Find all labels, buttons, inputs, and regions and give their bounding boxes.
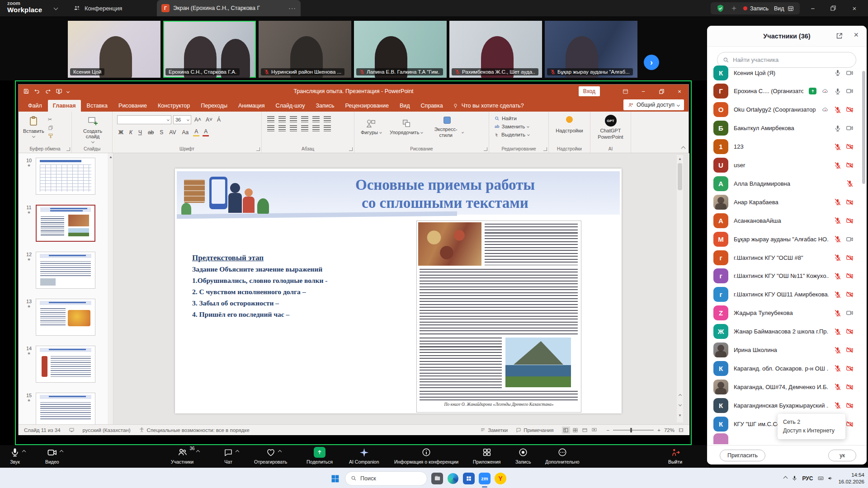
- toolbar-mic-button[interactable]: Звук: [10, 447, 20, 465]
- video-thumbnail[interactable]: Нуринский район Шкенова ...: [259, 21, 351, 78]
- chevron-up-icon[interactable]: [22, 450, 26, 454]
- paragraph-dialog-launcher[interactable]: [349, 147, 353, 151]
- grow-font-button[interactable]: А˄: [193, 116, 203, 123]
- replace-button[interactable]: ab Заменить: [495, 124, 529, 129]
- shrink-font-button[interactable]: А˅: [204, 116, 214, 123]
- rail-scrollbar[interactable]: ▲: [108, 153, 113, 424]
- toolbar-apps-button[interactable]: Приложения: [473, 447, 500, 465]
- tab-meeting[interactable]: Конференция: [69, 0, 127, 16]
- ribbon-tab-анимация[interactable]: Анимация: [233, 100, 270, 112]
- participant-row[interactable]: гг.Шахтинск КГУ "ОСШ #8": [713, 249, 854, 267]
- justify-button[interactable]: [301, 125, 308, 131]
- participant-row[interactable]: гг.Шахтинск КГУ ОШ11 Амирбекова...: [713, 286, 854, 304]
- participant-row[interactable]: Караганда, ОШ#74, Демченко И.Б.: [713, 378, 854, 396]
- smartart-button[interactable]: [324, 125, 331, 131]
- participant-row[interactable]: ААлла Владимировна: [713, 174, 854, 192]
- arrange-button[interactable]: Упорядочить: [390, 118, 423, 135]
- notes-button[interactable]: Заметки: [480, 427, 508, 433]
- slide-scroll-up[interactable]: ▲: [677, 155, 683, 162]
- participant-row[interactable]: ККараганд. обл. Осакаров. р-н ОШ ...: [713, 359, 854, 377]
- undo-icon[interactable]: [34, 88, 40, 94]
- shapes-button[interactable]: Фигуры: [361, 118, 382, 135]
- participant-row[interactable]: ZЖадыра Тулеубекова: [713, 304, 854, 322]
- taskbar-search[interactable]: Поиск: [345, 471, 427, 486]
- participant-row[interactable]: МБұқар жырау ауданы "Алғабас НО...: [713, 230, 854, 248]
- ppt-restore-button[interactable]: [652, 84, 670, 98]
- recording-indicator[interactable]: Запись: [743, 5, 769, 12]
- strikethrough-button[interactable]: ab: [146, 129, 155, 136]
- security-shield-icon[interactable]: [716, 4, 725, 13]
- next-slide-button[interactable]: [677, 401, 683, 408]
- font-name-combo[interactable]: [117, 115, 171, 124]
- participant-row[interactable]: Ирина Школина: [713, 341, 854, 359]
- align-left-button[interactable]: [267, 125, 274, 131]
- slide-scrollbar[interactable]: ▲ ▼: [677, 155, 683, 422]
- view-button[interactable]: Вид: [774, 5, 794, 12]
- underline-button[interactable]: Ч: [137, 129, 143, 136]
- slide-scroll-down[interactable]: ▼: [677, 412, 683, 419]
- tell-me-box[interactable]: Что вы хотите сделать?: [453, 103, 524, 112]
- quick-styles-button[interactable]: Экспресс-стили: [431, 115, 463, 138]
- participant-row[interactable]: ОOku Ortalygy2 (Соорганизатор): [713, 101, 854, 119]
- accessibility-status[interactable]: Специальные возможности: все в порядке: [139, 427, 250, 433]
- toolbar-share-button[interactable]: Поделиться: [307, 447, 333, 465]
- ribbon-tab-рисование[interactable]: Рисование: [113, 100, 152, 112]
- ribbon-options-icon[interactable]: [616, 84, 634, 98]
- qat-customize-chevron[interactable]: [66, 89, 70, 93]
- slide-thumbnail-12[interactable]: [36, 252, 95, 289]
- ribbon-tab-рецензирование[interactable]: Рецензирование: [340, 100, 394, 112]
- fit-slide-button[interactable]: [678, 427, 684, 433]
- ai-sparkle-icon[interactable]: [730, 5, 738, 12]
- line-spacing-button[interactable]: [312, 116, 320, 122]
- prev-slide-button[interactable]: [677, 392, 683, 399]
- participant-row[interactable]: Uuser: [713, 156, 854, 174]
- file-explorer-icon[interactable]: [431, 473, 443, 484]
- toolbar-record-button[interactable]: Запись: [515, 447, 531, 465]
- system-clock[interactable]: 14:54 16.02.2026: [838, 472, 864, 485]
- display-settings-icon[interactable]: [69, 427, 75, 433]
- ribbon-tab-слайд-шоу[interactable]: Слайд-шоу: [271, 100, 310, 112]
- font-size-combo[interactable]: 36: [173, 115, 191, 124]
- ribbon-tab-запись[interactable]: Запись: [311, 100, 339, 112]
- window-restore-button[interactable]: [824, 0, 842, 16]
- unmute-audio-button[interactable]: ук: [828, 450, 856, 461]
- invite-button[interactable]: Пригласить: [720, 450, 765, 461]
- editing-dialog-launcher[interactable]: [543, 147, 547, 151]
- ribbon-tab-вставка[interactable]: Вставка: [82, 100, 113, 112]
- toolbar-leave-button[interactable]: Выйти: [668, 447, 682, 465]
- text-shadow-button[interactable]: S: [158, 129, 165, 136]
- ribbon-tab-главная[interactable]: Главная: [48, 100, 81, 112]
- highlight-button[interactable]: А: [193, 128, 199, 136]
- columns-button[interactable]: [312, 125, 320, 131]
- participant-row[interactable]: ГЕрохина С.... (Организатор): [713, 82, 854, 100]
- comments-button[interactable]: Примечания: [516, 427, 553, 433]
- participant-row[interactable]: ЖЖанар Байманасова 2 школа г.Пр...: [713, 323, 854, 341]
- new-slide-button[interactable]: Создать слайд: [78, 115, 107, 143]
- language-indicator[interactable]: русский (Казахстан): [83, 427, 131, 433]
- ribbon-tab-справка[interactable]: Справка: [416, 100, 448, 112]
- change-case-button[interactable]: Аа: [180, 129, 190, 136]
- slide-thumbnail-10[interactable]: [36, 158, 95, 195]
- text-direction-button[interactable]: [324, 116, 331, 122]
- slide-sorter-view-button[interactable]: [571, 427, 580, 434]
- ppt-share-button[interactable]: Общий доступ: [623, 99, 684, 110]
- participant-row[interactable]: 1123: [713, 138, 854, 156]
- participants-scrollbar[interactable]: [862, 71, 865, 184]
- tab-screen-share[interactable]: Г Экран (Ерохина С.Н., Старкова Г ···: [157, 0, 301, 16]
- chevron-up-icon[interactable]: [196, 450, 199, 454]
- slide-thumbnail-14[interactable]: [36, 346, 95, 383]
- normal-view-button[interactable]: [562, 427, 570, 434]
- select-button[interactable]: Выделить: [495, 132, 529, 137]
- video-thumbnail[interactable]: Рахимбекова Ж.С., Шет ауда...: [449, 21, 542, 78]
- zoom-percentage[interactable]: 72%: [664, 427, 675, 433]
- window-minimize-button[interactable]: −: [804, 0, 822, 16]
- toolbar-info-button[interactable]: Информация о конференции: [394, 447, 458, 465]
- video-thumbnail[interactable]: Ерохина С.Н., Старкова Г.А.: [163, 21, 256, 78]
- participant-row[interactable]: Анар Карабаева: [713, 193, 854, 211]
- indent-increase-button[interactable]: [301, 116, 308, 122]
- toolbar-people-button[interactable]: 36Участники: [171, 447, 193, 465]
- ppt-close-button[interactable]: ×: [670, 84, 689, 98]
- slideshow-view-button[interactable]: [590, 427, 599, 434]
- slide-scroll-thumb[interactable]: [678, 163, 682, 190]
- slide-thumbnail-13[interactable]: [36, 299, 95, 336]
